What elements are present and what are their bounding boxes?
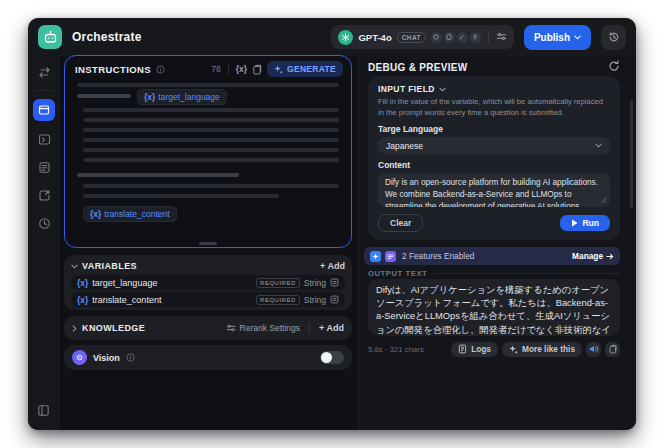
sidebar-item-orchestrate[interactable] [33,99,55,121]
content-textarea[interactable]: Dify is an open-source platform for buil… [378,173,610,207]
top-bar: Orchestrate GPT-4o CHAT Publish [28,18,636,56]
knowledge-title: KNOWLEDGE [82,323,145,333]
output-footer: 5.8s · 321 chars Logs More like this [368,341,620,357]
variables-title: VARIABLES [82,261,137,271]
skeleton-line [77,173,239,177]
variable-settings-icon[interactable] [330,295,339,304]
sidebar-item-history[interactable] [34,213,54,233]
vision-toggle[interactable] [320,351,344,364]
copy-output-icon[interactable] [605,342,620,357]
history-icon [608,31,620,43]
sparkle-icon [274,65,283,74]
features-enabled-text: 2 Features Enabled [402,251,474,261]
toggle-knob [321,352,332,363]
left-sidebar [28,58,60,430]
divider [433,273,620,274]
speaker-icon [589,344,599,354]
variable-tag-translate-content[interactable]: {x}translate_content [83,206,177,222]
arrow-right-icon [606,253,614,260]
add-knowledge-button[interactable]: + Add [319,323,344,333]
divider [36,90,52,91]
output-text-title: OUTPUT TEXT [368,269,427,278]
chevron-down-icon[interactable] [439,87,446,92]
divider [228,64,229,74]
speaker-button[interactable] [586,342,601,357]
skeleton-line [83,118,339,122]
variable-tag-target-language[interactable]: {x}target_language [137,89,227,105]
refresh-icon[interactable] [608,58,620,76]
clear-button[interactable]: Clear [378,214,423,232]
variable-row[interactable]: {x} target_language REQUIRED String [71,275,345,290]
model-selector[interactable]: GPT-4o CHAT [331,25,513,49]
copy-icon[interactable] [252,64,262,75]
instructions-panel[interactable]: INSTRUCTIONS 78 {x} GENERATE {x}target_l… [64,55,352,248]
input-field-description: Fill in the value of the variable, which… [378,97,610,118]
input-field-title: INPUT FIELD [378,84,435,94]
sparkle-icon [509,345,518,354]
divider [488,31,489,43]
features-enabled-bar[interactable]: 2 Features Enabled Manage [364,247,620,265]
panel-drag-handle[interactable] [199,242,217,245]
instructions-header: INSTRUCTIONS 78 {x} GENERATE [65,56,351,77]
variable-icon: {x} [77,278,88,288]
publish-label: Publish [534,32,570,43]
variable-type: String [304,278,326,288]
run-button[interactable]: Run [560,215,610,231]
model-capabilities [431,32,481,43]
variable-row[interactable]: {x} translate_content REQUIRED String [71,292,345,307]
swap-orchestrate-icon[interactable] [34,62,54,82]
skeleton-line [83,108,339,112]
logs-button[interactable]: Logs [451,342,498,357]
manage-features-link[interactable]: Manage [572,251,614,261]
chat-mode-badge: CHAT [397,32,426,43]
required-badge: REQUIRED [256,295,300,305]
variables-card: VARIABLES + Add {x} target_language REQU… [64,255,352,310]
app-robot-icon [38,25,62,49]
openai-logo-icon [338,30,353,45]
conversation-feature-icon [385,251,396,262]
output-text: Difyは、AIアプリケーションを構築するためのオープンソースプラットフォームで… [376,285,611,336]
input-field-card: INPUT FIELD Fill in the value of the var… [368,76,620,240]
chevron-down-icon[interactable] [71,264,78,269]
skeleton-line [83,184,339,188]
output-text-card: Difyは、AIアプリケーションを構築するためのオープンソースプラットフォームで… [368,279,620,336]
skeleton-line [83,194,279,198]
skeleton-line [83,128,339,132]
sidebar-item-publish-api[interactable] [34,185,54,205]
collapse-panel-icon[interactable] [37,403,50,421]
model-capability-icon [470,32,481,43]
chevron-down-icon [595,143,602,148]
target-language-label: Targe Language [378,124,610,134]
prompt-skeleton: {x}target_language {x}translate_content [77,80,339,241]
debug-preview-title: DEBUG & PREVIEW [368,62,468,73]
play-icon [571,219,578,227]
sidebar-item-logs[interactable] [34,157,54,177]
model-settings-icon[interactable] [496,28,507,46]
text-to-speech-feature-icon [370,251,381,262]
variable-settings-icon[interactable] [330,278,339,287]
generate-label: GENERATE [287,64,336,74]
add-variable-button[interactable]: + Add [320,261,345,271]
rerank-settings-button[interactable]: Rerank Settings [226,323,300,333]
info-icon [126,353,135,362]
model-capability-icon [444,32,455,43]
required-badge: REQUIRED [256,278,300,288]
chevron-right-icon[interactable] [72,325,77,332]
page-title: Orchestrate [72,30,142,44]
output-stats: 5.8s · 321 chars [368,345,424,354]
skeleton-line [83,138,339,142]
vision-card: Vision [64,345,352,370]
variable-icon: {x} [77,295,88,305]
version-history-button[interactable] [601,25,626,50]
app-window: Orchestrate GPT-4o CHAT Publish [28,18,636,430]
more-like-this-button[interactable]: More like this [502,342,582,357]
char-count: 78 [211,64,220,74]
resize-handle[interactable] [600,197,607,204]
target-language-select[interactable]: Japanese [378,137,610,154]
info-icon [156,65,165,74]
publish-button[interactable]: Publish [524,25,591,50]
scrollbar[interactable] [630,100,633,208]
generate-button[interactable]: GENERATE [267,61,343,77]
sidebar-item-preview[interactable] [34,129,54,149]
variable-insert-icon[interactable]: {x} [236,64,247,74]
